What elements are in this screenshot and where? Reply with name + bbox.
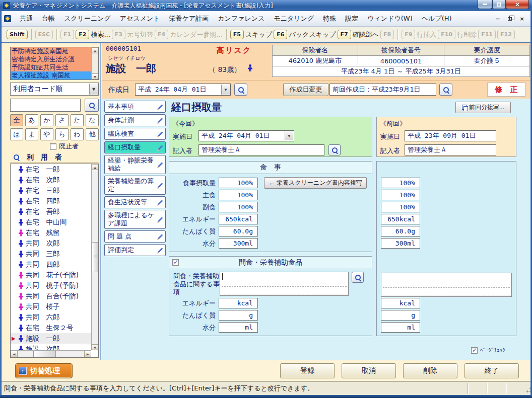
user-list-item-6[interactable]: 在宅 残留 xyxy=(11,227,91,238)
user-list-item-14[interactable]: 共同 六郎 xyxy=(11,312,91,323)
maximize-button[interactable] xyxy=(492,0,506,9)
section-tab-9[interactable]: 評価判定 xyxy=(104,244,166,256)
sort-order-select[interactable]: 利用者コード順 ▼ xyxy=(10,83,99,96)
user-search-input[interactable] xyxy=(10,99,81,112)
fkey-f2[interactable]: F2検索... xyxy=(76,30,110,39)
scrollbar-thumb[interactable] xyxy=(92,242,98,272)
user-list-item-12[interactable]: 共同 百合(予防) xyxy=(11,291,91,301)
user-list-item-2[interactable]: 在宅 三郎 xyxy=(11,185,91,196)
menu-item-10[interactable]: ヘルプ(H) xyxy=(417,12,456,25)
meal-field-2[interactable] xyxy=(219,202,258,212)
user-list-item-10[interactable]: 共同 花子(予防) xyxy=(11,270,91,280)
menu-item-2[interactable]: スクリーニング xyxy=(59,12,115,25)
user-list-item-0[interactable]: 在宅 一郎 xyxy=(11,164,91,175)
implementation-date-select[interactable]: 平成 24年 04月 01日 ▼ xyxy=(198,130,294,141)
user-list-item-13[interactable]: 共同 桜子 xyxy=(11,301,91,312)
fkey-f6[interactable]: F6バックスキップ xyxy=(274,30,336,39)
scroll-down-icon[interactable]: ▼ xyxy=(92,73,98,79)
change-creation-date-button[interactable]: 作成日変更 xyxy=(283,83,328,96)
kana-filter-3[interactable]: さ xyxy=(55,114,69,126)
kana-filter-9[interactable]: ら xyxy=(55,128,69,140)
scrollbar-thumb[interactable] xyxy=(33,351,56,357)
section-tab-5[interactable]: 栄養補給量の算定 xyxy=(104,176,166,195)
user-list-item-15[interactable]: 在宅 生保２号 xyxy=(11,323,91,333)
prev-meal-field-5[interactable] xyxy=(381,238,420,249)
user-list-item-8[interactable]: 共同 三郎 xyxy=(11,249,91,259)
user-list-item-5[interactable]: 在宅 中山間 xyxy=(11,217,91,227)
kana-filter-0[interactable]: 全 xyxy=(10,114,23,126)
chevron-down-icon[interactable]: ▼ xyxy=(89,84,98,95)
meal-field-1[interactable] xyxy=(219,190,258,200)
snack-field-2[interactable] xyxy=(219,322,258,333)
user-list-item-1[interactable]: 在宅 次郎 xyxy=(11,175,91,185)
scroll-up-icon[interactable]: ▲ xyxy=(92,47,98,53)
menu-item-5[interactable]: カンファレンス xyxy=(213,12,269,25)
scroll-left-icon[interactable]: ◀ xyxy=(11,351,18,357)
user-list-item-16[interactable]: ▶施設 一郎 xyxy=(11,333,91,344)
section-tab-1[interactable]: 身体計測 xyxy=(104,114,166,126)
prev-snack-field-2[interactable] xyxy=(381,322,420,333)
chevron-down-icon[interactable]: ▼ xyxy=(285,131,293,140)
kana-filter-4[interactable]: た xyxy=(71,114,84,126)
user-list-item-9[interactable]: 共同 四郎 xyxy=(11,259,91,270)
user-search-button[interactable] xyxy=(85,99,99,112)
fkey-f5[interactable]: F5スキップ xyxy=(230,30,272,39)
user-list-item-4[interactable]: 在宅 吾郎 xyxy=(11,206,91,217)
facility-item-0[interactable]: 予防特定施設南国苑 xyxy=(11,47,98,55)
facility-scrollbar[interactable]: ▲ ▼ xyxy=(91,47,98,79)
previous-date-search-button[interactable] xyxy=(439,84,452,96)
scroll-down-icon[interactable]: ▼ xyxy=(92,344,98,350)
prev-meal-field-2[interactable] xyxy=(381,202,420,212)
menu-item-4[interactable]: 栄養ケア計画 xyxy=(165,12,214,25)
prev-meal-field-1[interactable] xyxy=(381,190,420,200)
snack-field-1[interactable] xyxy=(219,310,258,321)
section-tab-3[interactable]: 経口摂取量 xyxy=(104,141,166,153)
section-tab-0[interactable]: 基本事項 xyxy=(104,101,166,113)
section-tab-2[interactable]: 臨床検査 xyxy=(104,128,166,140)
snack-checkbox[interactable] xyxy=(172,259,179,266)
kana-filter-6[interactable]: は xyxy=(10,128,23,140)
menu-item-6[interactable]: モニタリング xyxy=(269,12,318,25)
footer-button-1[interactable]: 取消 xyxy=(342,363,396,378)
section-tab-4[interactable]: 経腸・静脈栄養補給 xyxy=(104,155,166,174)
fkey-f7[interactable]: F7確認部へ xyxy=(338,30,379,39)
menu-item-0[interactable]: 共通 xyxy=(15,12,37,25)
scroll-up-icon[interactable]: ▲ xyxy=(92,164,98,170)
user-list-item-11[interactable]: 共同 桃子(予防) xyxy=(11,280,91,291)
meal-field-5[interactable] xyxy=(219,238,258,249)
menu-item-9[interactable]: ウィンドウ(W) xyxy=(363,12,417,25)
switch-process-button[interactable]: ↑ 切替処理 xyxy=(15,363,73,378)
meal-field-4[interactable] xyxy=(219,226,258,236)
kana-filter-11[interactable]: 他 xyxy=(86,128,99,140)
user-list-horizontal-scrollbar[interactable]: ◀ ▶ xyxy=(11,350,91,357)
section-tab-7[interactable]: 多職種によるケア課題 xyxy=(104,210,166,229)
kana-filter-1[interactable]: あ xyxy=(25,114,38,126)
creation-date-select[interactable]: 平成 24年 04月 01日 ▼ xyxy=(135,84,231,96)
footer-button-2[interactable]: 削除 xyxy=(403,363,457,378)
mdi-close-button[interactable]: × xyxy=(518,15,526,22)
writer-input[interactable]: 管理栄養士Ａ xyxy=(198,144,324,155)
menu-item-8[interactable]: 設定 xyxy=(341,12,363,25)
prev-snack-field-0[interactable] xyxy=(381,298,420,308)
kana-filter-7[interactable]: ま xyxy=(25,128,38,140)
minimize-button[interactable] xyxy=(478,0,492,9)
snack-field-0[interactable] xyxy=(219,298,258,308)
prev-snack-field-1[interactable] xyxy=(381,310,420,321)
menu-item-1[interactable]: 台帳 xyxy=(37,12,59,25)
scroll-right-icon[interactable]: ▶ xyxy=(84,351,91,357)
mdi-restore-button[interactable] xyxy=(506,15,514,22)
kana-filter-5[interactable]: な xyxy=(86,114,99,126)
facility-item-1[interactable]: 密着特定入所生活介護 xyxy=(11,55,98,63)
prev-meal-field-0[interactable] xyxy=(381,178,420,188)
meal-field-0[interactable] xyxy=(219,178,258,188)
screening-copy-button[interactable]: ← 栄養スクリーニング書内容複写 xyxy=(264,177,367,189)
prev-meal-field-3[interactable] xyxy=(381,214,420,224)
copy-previous-button[interactable]: 前回分複写... xyxy=(455,102,511,113)
creation-date-calendar-button[interactable] xyxy=(234,84,247,96)
prev-meal-field-4[interactable] xyxy=(381,226,420,236)
facility-listbox[interactable]: 予防特定施設南国苑密着特定入所生活介護予防認知症共同生活老人福祉施設 南国苑 ▲… xyxy=(10,47,99,80)
user-list-item-17[interactable]: 施設 次郎 xyxy=(11,344,91,350)
kana-filter-2[interactable]: か xyxy=(40,114,53,126)
close-button[interactable]: × xyxy=(506,0,529,9)
menu-item-3[interactable]: アセスメント xyxy=(115,12,165,25)
